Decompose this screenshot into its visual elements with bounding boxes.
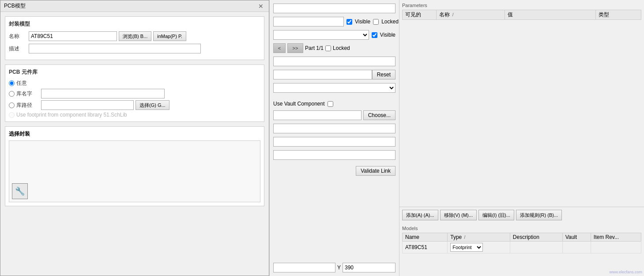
table-row: AT89C51 Footprint Simulation 3D Model	[403, 242, 641, 253]
validate-button[interactable]: Validate Link	[356, 166, 395, 176]
model-desc-cell	[510, 242, 562, 253]
name-input[interactable]	[29, 31, 117, 41]
footprint-hint-text: Use footprint from component library 51.…	[16, 112, 127, 118]
libpath-label: 库路径	[16, 102, 38, 109]
model-name-text: AT89C51	[405, 244, 427, 250]
mid-input-row-3	[273, 57, 395, 66]
visible2-checkbox[interactable]	[372, 32, 377, 38]
any-radio[interactable]	[9, 80, 15, 86]
footprint-preview: 🔧	[9, 140, 260, 202]
params-actions: 添加(A) (A)... 移除(V) (M)... 编辑(I) (旧)... 添…	[399, 207, 644, 223]
dropdown-row	[273, 83, 395, 93]
edit-button[interactable]: 编辑(I) (旧)...	[478, 210, 514, 220]
footprint-hint-row: Use footprint from component library 51.…	[9, 112, 260, 118]
col-visible-header: 可见的	[403, 10, 437, 20]
mid-input-3[interactable]	[273, 57, 395, 66]
mid-input-2[interactable]	[273, 17, 344, 26]
type-sort-arrow: /	[464, 235, 466, 240]
libpath-radio-row: 库路径 选择(G) G...	[9, 100, 260, 110]
empty-input-1	[273, 124, 395, 133]
col-name-header: 名称 /	[437, 10, 505, 20]
locked-label: Locked	[381, 19, 399, 25]
model-type-cell: Footprint Simulation 3D Model	[448, 242, 510, 253]
mid-input-1[interactable]	[273, 4, 395, 13]
nav-prev-button[interactable]: <	[273, 43, 286, 53]
params-body	[403, 20, 641, 204]
y-row: Y	[273, 263, 395, 272]
add-button[interactable]: 添加(A) (A)...	[402, 210, 438, 220]
middle-spacer	[273, 178, 395, 261]
mid-input-row-1	[273, 4, 395, 13]
mid-input-5[interactable]	[273, 110, 362, 120]
models-table: Name Type / Description Vault Item Rev..…	[402, 233, 641, 253]
locked-checkbox[interactable]	[373, 19, 379, 25]
visible-locked-row: Visible Locked	[273, 17, 395, 26]
dialog-title: PCB模型	[4, 2, 26, 10]
model-name-header: Name	[403, 233, 448, 242]
model-name-cell: AT89C51	[403, 242, 448, 253]
libpath-radio[interactable]	[9, 102, 15, 108]
dropdown2-select[interactable]	[273, 83, 395, 93]
model-type-select[interactable]: Footprint Simulation 3D Model	[450, 243, 483, 252]
vault-row: Use Vault Component	[273, 101, 395, 107]
dialog-close-button[interactable]: ✕	[256, 3, 265, 10]
models-body: AT89C51 Footprint Simulation 3D Model	[403, 242, 641, 253]
parameters-table: 可见的 名称 / 值 类型	[402, 10, 641, 204]
nav-next-button[interactable]: >>	[287, 43, 303, 53]
pcb-dialog: PCB模型 ✕ 封装模型 名称 浏览(B) B... inMap(P) P. 描…	[0, 0, 269, 276]
model-type-header: Type /	[448, 233, 510, 242]
remove-button[interactable]: 移除(V) (M)...	[440, 210, 477, 220]
choose-button[interactable]: Choose...	[363, 110, 395, 120]
empty-input-2	[273, 137, 395, 147]
params-header-row: 可见的 名称 / 值 类型	[403, 10, 641, 20]
locked2-label: Locked	[333, 45, 350, 51]
mid-input-4[interactable]	[273, 70, 372, 79]
add-rule-button[interactable]: 添加规则(R) (B)...	[516, 210, 562, 220]
col-type-header: 类型	[595, 10, 641, 20]
browse-button[interactable]: 浏览(B) B...	[119, 31, 151, 41]
libname-input[interactable]	[41, 89, 165, 98]
name-row: 名称 浏览(B) B... inMap(P) P.	[9, 31, 260, 41]
any-radio-row: 任意	[9, 79, 260, 87]
name-label: 名称	[9, 33, 29, 40]
libname-radio[interactable]	[9, 91, 15, 97]
libpath-input[interactable]	[41, 100, 134, 110]
visible2-label: Visible	[380, 32, 395, 38]
footprint-hint-radio	[9, 112, 15, 118]
parameters-title: Parameters	[402, 3, 641, 8]
models-section: Models Name Type / Description Vault	[399, 223, 644, 276]
desc-input[interactable]	[29, 44, 201, 53]
footprint-icon: 🔧	[12, 183, 28, 199]
model-desc-header: Description	[510, 233, 562, 242]
visible-label: Visible	[355, 19, 370, 25]
reset-row: Reset	[273, 70, 395, 79]
any-label: 任意	[16, 79, 38, 87]
select-button[interactable]: 选择(G) G...	[136, 100, 169, 110]
package-section-title: 封装模型	[9, 20, 260, 28]
y-prefix-input[interactable]	[273, 263, 335, 272]
locked2-checkbox[interactable]	[325, 45, 331, 51]
empty-input-3	[273, 150, 395, 160]
pinmap-button[interactable]: inMap(P) P.	[153, 31, 186, 41]
model-itemrev-cell	[591, 242, 641, 253]
visible-checkbox[interactable]	[346, 19, 352, 25]
dropdown-select[interactable]	[273, 30, 369, 40]
vault-checkbox[interactable]	[328, 101, 333, 107]
library-section-title: PCB 元件库	[9, 68, 260, 76]
name-sort-arrow: /	[452, 12, 454, 17]
y-input[interactable]	[343, 263, 395, 272]
reset-button[interactable]: Reset	[372, 70, 395, 79]
radio-group: 任意 库名字 库路径 选择(G) G...	[9, 79, 260, 110]
dialog-titlebar: PCB模型 ✕	[0, 0, 269, 12]
libname-label: 库名字	[16, 90, 38, 98]
dropdown-visible-row: Visible	[273, 30, 395, 40]
nav-row: < >> Part 1/1 Locked	[273, 43, 395, 53]
choose-footprint-section: 选择封装 🔧	[5, 126, 264, 206]
models-title: Models	[402, 226, 641, 231]
parameters-section: Parameters 可见的 名称 / 值 类型	[399, 0, 644, 207]
libname-radio-row: 库名字	[9, 89, 260, 98]
watermark: www.elecfans.com	[609, 270, 642, 274]
choose-footprint-title: 选择封装	[9, 130, 260, 138]
dialog-content: 封装模型 名称 浏览(B) B... inMap(P) P. 描述 PCB 元件…	[0, 12, 269, 276]
part-text: Part 1/1	[305, 45, 324, 51]
